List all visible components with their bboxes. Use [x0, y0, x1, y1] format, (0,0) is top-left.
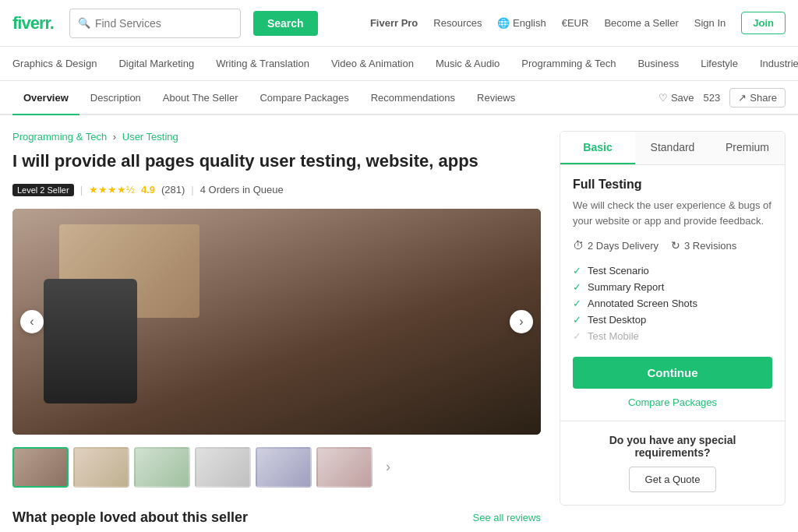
feature-test-desktop: ✓ Test Desktop [573, 312, 772, 328]
clock-icon: ⏱ [573, 239, 584, 252]
tab-standard[interactable]: Standard [635, 132, 710, 164]
tab-premium[interactable]: Premium [710, 132, 785, 164]
resources-link[interactable]: Resources [433, 17, 482, 29]
thumbnail-more[interactable]: › [377, 447, 399, 488]
package-sidebar: Basic Standard Premium Full Testing We w… [560, 131, 786, 526]
special-req-text: Do you have any special requirements? [573, 434, 772, 459]
revisions-icon: ↻ [671, 239, 680, 252]
bottom-section: What people loved about this seller See … [12, 509, 541, 526]
carousel-next-button[interactable]: › [510, 310, 533, 333]
tab-recommendations[interactable]: Recommendations [360, 80, 466, 115]
divider: | [80, 184, 83, 196]
save-label: Save [671, 92, 694, 104]
cat-lifestyle[interactable]: Lifestyle [690, 47, 749, 81]
feature-test-scenario: ✓ Test Scenario [573, 262, 772, 279]
feature-label: Test Scenario [588, 265, 649, 277]
check-icon: ✓ [573, 314, 581, 326]
save-count: 523 [704, 92, 721, 104]
cat-digital-marketing[interactable]: Digital Marketing [108, 47, 205, 81]
gig-title: I will provide all pages quality user te… [12, 150, 541, 173]
see-all-reviews-link[interactable]: See all reviews [473, 512, 541, 523]
get-quote-button[interactable]: Get a Quote [629, 467, 717, 492]
package-body: Full Testing We will check the user expe… [560, 165, 785, 421]
fiverr-logo[interactable]: fiverr. [12, 13, 54, 33]
feature-summary-report: ✓ Summary Report [573, 279, 772, 295]
fiverr-pro-link[interactable]: Fiverr Pro [370, 17, 418, 29]
gig-photo [12, 209, 541, 435]
check-icon: ✓ [573, 281, 581, 293]
join-button[interactable]: Join [741, 12, 786, 34]
feature-label: Test Mobile [588, 330, 639, 342]
become-seller-link[interactable]: Become a Seller [604, 17, 678, 29]
tab-description[interactable]: Description [79, 80, 152, 115]
star-rating: ★★★★½ [89, 184, 135, 196]
sub-nav-actions: ♡ Save 523 ↗ Share [659, 88, 786, 107]
thumbnail-6[interactable] [316, 447, 373, 488]
header: fiverr. 🔍 Search Fiverr Pro Resources 🌐 … [0, 0, 798, 47]
seller-badge: Level 2 Seller [12, 184, 74, 196]
share-label: Share [750, 92, 777, 104]
continue-button[interactable]: Continue [573, 357, 772, 389]
loved-title: What people loved about this seller [12, 509, 248, 526]
package-meta: ⏱ 2 Days Delivery ↻ 3 Revisions [573, 239, 772, 252]
feature-annotated-screenshots: ✓ Annotated Screen Shots [573, 295, 772, 312]
cat-industries[interactable]: Industries [749, 47, 798, 81]
orders-queue: 4 Orders in Queue [200, 184, 284, 196]
cat-music-audio[interactable]: Music & Audio [425, 47, 510, 81]
features-list: ✓ Test Scenario ✓ Summary Report ✓ Annot… [573, 262, 772, 344]
check-icon: ✓ [573, 265, 581, 277]
thumbnail-1[interactable] [12, 447, 69, 488]
thumbnail-3[interactable] [134, 447, 190, 488]
compare-packages-link[interactable]: Compare Packages [573, 396, 772, 408]
sign-in-link[interactable]: Sign In [694, 17, 726, 29]
package-card: Basic Standard Premium Full Testing We w… [560, 131, 786, 506]
currency-selector[interactable]: €EUR [562, 17, 589, 29]
breadcrumb-separator: › [113, 131, 116, 143]
tab-reviews[interactable]: Reviews [466, 80, 526, 115]
special-requirements: Do you have any special requirements? Ge… [560, 421, 785, 505]
cat-writing-translation[interactable]: Writing & Translation [205, 47, 320, 81]
rating-value: 4.9 [141, 184, 155, 196]
loved-header: What people loved about this seller See … [12, 509, 541, 526]
review-count: (281) [161, 184, 185, 196]
header-links: Fiverr Pro Resources 🌐 English €EUR Beco… [370, 12, 786, 34]
breadcrumb-programming-tech[interactable]: Programming & Tech [12, 131, 107, 143]
cat-programming-tech[interactable]: Programming & Tech [510, 47, 627, 81]
search-button[interactable]: Search [253, 11, 318, 36]
package-tabs: Basic Standard Premium [560, 132, 785, 165]
save-button[interactable]: ♡ Save [659, 92, 694, 104]
thumbnail-5[interactable] [256, 447, 312, 488]
breadcrumb: Programming & Tech › User Testing [12, 131, 541, 143]
category-nav: Graphics & Design Digital Marketing Writ… [0, 47, 798, 81]
breadcrumb-user-testing[interactable]: User Testing [122, 131, 178, 143]
package-description: We will check the user experience & bugs… [573, 198, 772, 228]
gig-content: Programming & Tech › User Testing I will… [12, 131, 541, 526]
image-carousel: ‹ › [12, 209, 541, 435]
sub-nav: Overview Description About The Seller Co… [0, 81, 798, 115]
tab-about-seller[interactable]: About The Seller [152, 80, 249, 115]
tab-basic[interactable]: Basic [560, 132, 635, 164]
cat-graphics-design[interactable]: Graphics & Design [12, 47, 108, 81]
delivery-text: 2 Days Delivery [588, 240, 659, 252]
tab-overview[interactable]: Overview [12, 81, 79, 115]
carousel-prev-button[interactable]: ‹ [20, 310, 44, 333]
carousel-main-image: ‹ › [12, 209, 541, 435]
thumbnail-2[interactable] [73, 447, 129, 488]
thumbnail-strip: › [12, 444, 541, 491]
tab-compare-packages[interactable]: Compare Packages [249, 80, 359, 115]
share-button[interactable]: ↗ Share [729, 88, 786, 107]
cat-video-animation[interactable]: Video & Animation [320, 47, 425, 81]
search-input[interactable] [95, 17, 220, 30]
feature-label: Annotated Screen Shots [588, 298, 697, 309]
thumbnail-4[interactable] [195, 447, 251, 488]
search-bar: 🔍 [69, 9, 241, 38]
main-content: Programming & Tech › User Testing I will… [0, 115, 798, 532]
seller-info: Level 2 Seller | ★★★★½ 4.9 (281) | 4 Ord… [12, 184, 541, 196]
feature-label: Summary Report [588, 281, 664, 293]
delivery-meta: ⏱ 2 Days Delivery [573, 239, 659, 252]
check-icon-disabled: ✓ [573, 330, 581, 342]
language-selector[interactable]: 🌐 English [497, 17, 546, 29]
divider-2: | [191, 184, 193, 196]
search-icon: 🔍 [78, 17, 90, 29]
cat-business[interactable]: Business [627, 47, 690, 81]
